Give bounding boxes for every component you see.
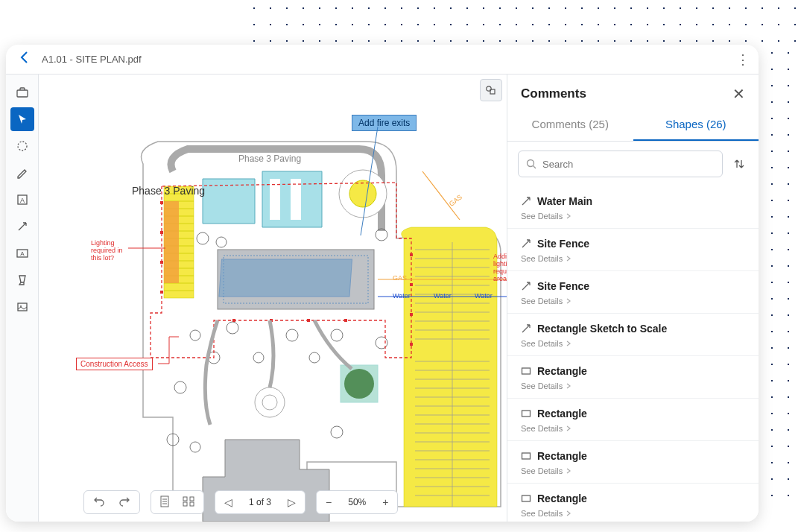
- chevron-right-icon: [566, 298, 572, 304]
- svg-rect-84: [232, 319, 235, 322]
- shape-name: Water Main: [537, 195, 592, 207]
- shape-item[interactable]: Site FenceSee Details: [507, 229, 759, 271]
- shape-name: Rectangle: [537, 408, 587, 419]
- shape-item[interactable]: Water MainSee Details: [507, 186, 759, 229]
- thumbnails-button[interactable]: [180, 495, 197, 510]
- svg-rect-89: [410, 283, 413, 286]
- arrow-icon: [521, 323, 531, 334]
- chevron-right-icon: [566, 383, 572, 389]
- svg-rect-103: [183, 502, 187, 506]
- svg-rect-88: [410, 253, 413, 256]
- shape-list: Water MainSee DetailsSite FenceSee Detai…: [507, 186, 759, 522]
- svg-rect-0: [17, 90, 28, 97]
- arrow-icon: [521, 196, 531, 206]
- shape-item[interactable]: RectangleSee Details: [507, 484, 759, 522]
- svg-text:A: A: [19, 197, 24, 204]
- shape-item[interactable]: Rectangle Sketch to ScaleSee Details: [507, 314, 759, 356]
- panel-close-button[interactable]: ✕: [732, 85, 745, 103]
- svg-line-95: [361, 127, 378, 235]
- highlight-tool[interactable]: [10, 268, 34, 292]
- water-label-2: Water: [434, 292, 452, 300]
- chevron-right-icon: [566, 256, 572, 262]
- see-details-link[interactable]: See Details: [521, 297, 745, 305]
- construction-access-callout[interactable]: Construction Access: [76, 358, 153, 370]
- textbox-tool[interactable]: A: [10, 241, 34, 265]
- briefcase-tool[interactable]: [10, 80, 34, 104]
- select-tool[interactable]: [10, 107, 34, 131]
- shape-name: Site Fence: [537, 280, 589, 292]
- prev-page-button[interactable]: ◁: [221, 495, 235, 510]
- water-label-3: Water: [475, 292, 493, 300]
- redo-button[interactable]: [115, 495, 133, 510]
- panel-tabs: Comments (25) Shapes (26): [507, 110, 759, 142]
- arrow-tool[interactable]: [10, 215, 34, 238]
- top-bar: A1.01 - SITE PLAN.pdf ⋮: [6, 45, 759, 75]
- pen-tool[interactable]: [10, 161, 34, 185]
- svg-point-105: [528, 160, 534, 167]
- see-details-link[interactable]: See Details: [521, 212, 745, 221]
- svg-rect-101: [183, 497, 187, 501]
- arrow-icon: [521, 281, 531, 291]
- shape-item[interactable]: RectangleSee Details: [507, 399, 759, 441]
- shape-item[interactable]: Site FenceSee Details: [507, 271, 759, 314]
- arrow-icon: [521, 238, 531, 249]
- see-details-link[interactable]: See Details: [521, 381, 745, 390]
- svg-rect-11: [291, 179, 301, 220]
- image-tool[interactable]: [10, 295, 34, 319]
- svg-rect-6: [18, 303, 27, 311]
- comments-panel: Comments ✕ Comments (25) Shapes (26) Wat…: [507, 75, 759, 522]
- search-input[interactable]: [542, 159, 715, 170]
- chevron-right-icon: [566, 510, 572, 516]
- gas-label: GAS: [393, 274, 407, 282]
- search-box[interactable]: [518, 151, 723, 177]
- tab-shapes[interactable]: Shapes (26): [633, 110, 759, 141]
- svg-rect-86: [307, 319, 310, 322]
- bottom-toolbar: ◁ 1 of 3 ▷ − 50% +: [83, 487, 398, 517]
- next-page-button[interactable]: ▷: [285, 495, 299, 510]
- site-plan-drawing: Phase 3 Paving Phase 3 Paving Add fire e…: [83, 104, 507, 522]
- shape-name: Rectangle Sketch to Scale: [537, 323, 667, 335]
- see-details-link[interactable]: See Details: [521, 466, 745, 475]
- shapes-toggle-button[interactable]: [480, 79, 502, 101]
- svg-rect-109: [522, 453, 531, 459]
- see-details-link[interactable]: See Details: [521, 424, 745, 433]
- undo-button[interactable]: [90, 495, 108, 510]
- text-tool[interactable]: A: [10, 188, 34, 212]
- back-button[interactable]: [15, 49, 33, 69]
- main-area: A A: [6, 75, 759, 522]
- filename-label: A1.01 - SITE PLAN.pdf: [42, 54, 142, 65]
- search-icon: [526, 159, 536, 169]
- svg-point-1: [18, 142, 27, 151]
- svg-line-106: [534, 166, 536, 169]
- svg-rect-102: [190, 497, 194, 501]
- additional-lighting-note: Additional lighting required in this are…: [493, 253, 507, 283]
- see-details-link[interactable]: See Details: [521, 254, 745, 263]
- svg-rect-58: [219, 259, 352, 297]
- rectangle-icon: [521, 408, 531, 419]
- phase-label-1: Phase 3 Paving: [132, 185, 205, 197]
- zoom-indicator: 50%: [342, 497, 372, 507]
- see-details-link[interactable]: See Details: [521, 339, 745, 348]
- drawing-canvas[interactable]: Phase 3 Paving Phase 3 Paving Add fire e…: [39, 75, 507, 522]
- svg-point-64: [344, 369, 374, 399]
- see-details-link[interactable]: See Details: [521, 509, 745, 518]
- svg-rect-90: [410, 313, 413, 316]
- svg-rect-27: [164, 201, 179, 283]
- zoom-in-button[interactable]: +: [379, 495, 391, 510]
- shape-item[interactable]: RectangleSee Details: [507, 356, 759, 399]
- zoom-out-button[interactable]: −: [323, 495, 335, 510]
- svg-rect-110: [522, 495, 531, 501]
- single-page-button[interactable]: [157, 494, 172, 511]
- shape-name: Rectangle: [537, 365, 587, 377]
- shape-item[interactable]: RectangleSee Details: [507, 441, 759, 484]
- shape-name: Site Fence: [537, 238, 589, 250]
- svg-rect-82: [160, 261, 163, 264]
- rectangle-icon: [521, 451, 531, 461]
- sort-button[interactable]: [730, 155, 748, 173]
- cloud-tool[interactable]: [10, 134, 34, 158]
- svg-point-62: [262, 395, 277, 410]
- svg-text:A: A: [20, 250, 25, 257]
- chevron-right-icon: [566, 213, 572, 219]
- tab-comments[interactable]: Comments (25): [507, 110, 633, 141]
- more-menu-button[interactable]: ⋮: [736, 51, 750, 68]
